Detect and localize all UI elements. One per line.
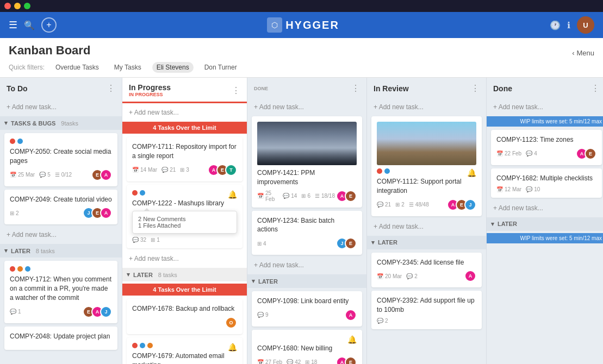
card-compy-2392[interactable]: COMPY-2392: Add support file up to 100mb…: [371, 291, 482, 329]
card-title: COMPY-1712: When you comment on a commit…: [10, 275, 112, 302]
card-title: COMPY-1678: Backup and rollback: [132, 304, 237, 313]
card-title: COMPY-2050: Create social media pages: [10, 147, 112, 166]
add-task-done-mid-section[interactable]: + Add new task...: [252, 258, 362, 272]
card-title: COMPY-2048: Update project plan: [10, 332, 112, 341]
section-later-done[interactable]: ▾LATER: [487, 217, 603, 231]
section-later-in-progress[interactable]: ▾LATER8 tasks: [122, 268, 247, 281]
alert-icon-1222: 🔔: [228, 190, 237, 199]
section-later-done-mid[interactable]: ▾LATER: [247, 274, 366, 288]
card-title: COMPY-1421: PPM improvements: [257, 168, 357, 187]
card-compy-1098[interactable]: COMPY-1098: Link board entity 💬9 A: [252, 291, 362, 327]
section-count: 9tasks: [61, 120, 78, 127]
column-more-icon-todo[interactable]: ⋮: [107, 83, 115, 93]
chevron-left-icon: ‹: [572, 49, 574, 57]
sub-header: Kanban Board ‹ Menu Quick filters: Overd…: [0, 38, 603, 78]
filter-eli-stevens[interactable]: Eli Stevens: [152, 62, 194, 73]
section-later-in-review[interactable]: ▾LATER: [367, 236, 486, 249]
hygger-logo-text: HYGGER: [285, 19, 339, 32]
card-compy-2048[interactable]: COMPY-2048: Update project plan: [4, 327, 117, 350]
card-compy-1123[interactable]: COMPY-1123: Time zones 📅22 Feb 💬4 A E: [491, 130, 602, 165]
wip-banner-done-later: WIP limits were set: 5 min/12 max: [487, 233, 603, 243]
column-todo: To Do ⋮ + Add new task... ▾ TASKS & BUGS…: [0, 78, 122, 364]
card-title: COMPY-1679: Automated email marketing: [132, 352, 237, 364]
column-done-mid: DONE ⋮ + Add new task... COMPY-1421: PPM…: [247, 78, 367, 364]
section-later-title: LATER: [11, 248, 30, 254]
card-compy-1679[interactable]: 🔔 COMPY-1679: Automated email marketing: [127, 337, 243, 364]
card-title: COMPY-2345: Add license file: [377, 258, 476, 267]
alert-icon-1112: 🔔: [467, 168, 476, 177]
card-compy-1112[interactable]: 🔔 COMPY-1112: Support portal integration…: [371, 116, 482, 216]
card-compy-1682[interactable]: COMPY-1682: Multiple checklists 📅12 Mar …: [491, 168, 602, 198]
column-in-progress: In Progress IN PROGRESS ⋮ + Add new task…: [122, 78, 247, 364]
info-icon[interactable]: ℹ: [567, 20, 570, 30]
card-compy-1678[interactable]: COMPY-1678: Backup and rollback O: [127, 299, 243, 334]
card-title: COMPY-1123: Time zones: [496, 135, 596, 145]
add-task-in-progress-top[interactable]: + Add new task...: [127, 105, 243, 120]
card-compy-1711[interactable]: COMPY-1711: Repository import for a sing…: [127, 137, 243, 181]
filter-overdue-tasks[interactable]: Overdue Tasks: [51, 62, 103, 73]
chevron-down-icon: ▾: [4, 120, 8, 127]
over-limit-banner-later-ip: 4 Tasks Over the Limit: [122, 284, 247, 296]
column-title-in-progress: In Progress: [129, 83, 171, 92]
column-more-icon-in-review[interactable]: ⋮: [471, 83, 480, 93]
title-bar: [0, 0, 603, 12]
column-more-icon-done[interactable]: ⋮: [591, 83, 600, 93]
dot-yellow: [14, 3, 21, 9]
alert-icon-1680: 🔔: [347, 335, 357, 344]
chevron-down-icon-later: ▾: [4, 247, 8, 254]
card-compy-1222[interactable]: 🔔 COMPY-1222 - Mashups library 2 New Com…: [127, 185, 243, 249]
card-title: COMPY-2392: Add support file up to 100mb: [377, 296, 476, 315]
add-task-in-review-section[interactable]: + Add new task...: [371, 219, 482, 234]
card-title: COMPY-1112: Support portal integration: [377, 177, 476, 196]
add-task-in-progress-section[interactable]: + Add new task...: [127, 252, 243, 266]
alert-icon-1679: 🔔: [228, 343, 237, 352]
add-task-in-review-top[interactable]: + Add new task...: [371, 100, 482, 114]
card-title: COMPY-1711: Repository import for a sing…: [132, 142, 237, 161]
card-title: COMPY-1234: Basic batch actions: [257, 216, 357, 235]
card-compy-1421[interactable]: COMPY-1421: PPM improvements 📅25 Feb 💬14…: [252, 116, 362, 208]
hamburger-icon[interactable]: ☰: [9, 19, 17, 31]
column-subtitle-in-progress: IN PROGRESS: [129, 92, 171, 97]
clock-icon[interactable]: 🕐: [550, 20, 561, 30]
quick-filters-label: Quick filters:: [9, 64, 45, 71]
card-title: COMPY-1098: Link board entity: [257, 297, 357, 306]
card-title: COMPY-1680: New billing: [257, 344, 357, 353]
menu-toggle-label[interactable]: Menu: [576, 49, 594, 57]
section-later-count: 8 tasks: [36, 248, 55, 254]
column-title-todo: To Do: [7, 84, 28, 93]
filter-don-turner[interactable]: Don Turner: [200, 62, 241, 73]
column-in-review: In Review ⋮ + Add new task... 🔔 COMPY-11…: [367, 78, 487, 364]
card-compy-2345[interactable]: COMPY-2345: Add license file 📅20 Mar 💬2 …: [371, 253, 482, 288]
hygger-logo-icon: ⬡: [267, 17, 282, 33]
column-more-icon-done-mid[interactable]: ⋮: [351, 83, 360, 93]
add-button[interactable]: +: [41, 17, 57, 33]
comment-popup-1222: 2 New Comments 1 Files Attached: [132, 211, 237, 234]
card-compy-2050[interactable]: COMPY-2050: Create social media pages 📅2…: [4, 133, 117, 186]
add-task-todo-section[interactable]: + Add new task...: [4, 228, 117, 242]
section-tasks-bugs-todo[interactable]: ▾ TASKS & BUGS 9tasks: [0, 116, 122, 130]
card-compy-2049[interactable]: COMPY-2049: Create tutorial video ⊞2 J E…: [4, 190, 117, 225]
card-compy-1680[interactable]: 🔔 COMPY-1680: New billing 📅27 Feb 💬42 ⊞1…: [252, 330, 362, 364]
page-title: Kanban Board: [9, 43, 90, 58]
column-more-icon-in-progress[interactable]: ⋮: [232, 85, 240, 96]
card-title: COMPY-1222 - Mashups library: [132, 199, 237, 208]
add-task-done-mid-top[interactable]: + Add new task...: [252, 100, 362, 114]
top-nav: ☰ 🔍 + ⬡ HYGGER 🕐 ℹ U: [0, 12, 603, 38]
dot-green: [24, 3, 30, 9]
section-title: TASKS & BUGS: [11, 120, 55, 127]
search-icon[interactable]: 🔍: [24, 20, 35, 30]
add-task-done-top[interactable]: + Add new task...: [491, 100, 602, 114]
column-subtitle-done-mid: DONE: [254, 86, 268, 91]
over-limit-banner-tasks: 4 Tasks Over the Limit: [122, 122, 247, 134]
add-task-todo-top[interactable]: + Add new task...: [4, 100, 117, 114]
column-title-in-review: In Review: [374, 84, 409, 93]
column-title-done: Done: [493, 84, 512, 93]
card-compy-1712[interactable]: COMPY-1712: When you comment on a commit…: [4, 261, 117, 323]
filter-my-tasks[interactable]: My Tasks: [110, 62, 146, 73]
user-avatar[interactable]: U: [577, 16, 594, 34]
add-task-done-section[interactable]: + Add new task...: [491, 201, 602, 215]
section-later-todo[interactable]: ▾ LATER 8 tasks: [0, 244, 122, 258]
card-compy-1234[interactable]: COMPY-1234: Basic batch actions ⊞4 J E: [252, 211, 362, 255]
dot-red: [4, 3, 11, 9]
board-area: To Do ⋮ + Add new task... ▾ TASKS & BUGS…: [0, 78, 603, 364]
